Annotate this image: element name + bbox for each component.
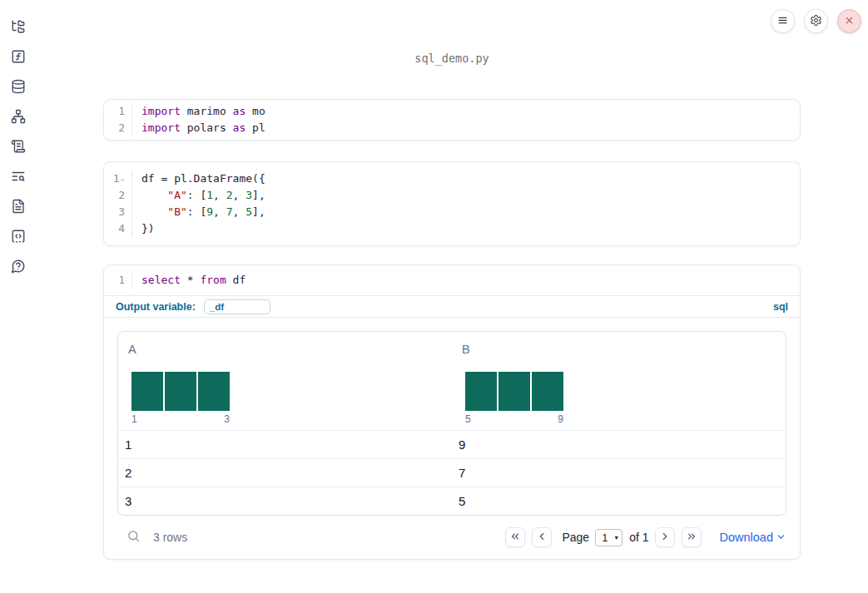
marimo-notebook: sql_demo.py 1import marimo as mo2import … [0,0,868,593]
table-row: 19 [118,430,786,458]
line-number: 4 [104,220,132,237]
table-cell: 9 [452,431,786,458]
histogram-bar [198,372,230,411]
chevron-right-icon [659,531,671,545]
code-cell-imports[interactable]: 1import marimo as mo2import polars as pl [103,99,801,141]
chevron-left-icon [536,531,548,545]
dataframe-table: A 1 3 B 5 9 [117,331,786,516]
line-number: 1 [104,272,132,289]
table-cell: 1 [118,431,452,458]
download-label: Download [720,531,774,544]
sidebar-item-file-explorer[interactable] [11,20,26,35]
page-label: Page [562,531,589,544]
network-icon [11,109,26,126]
settings-button[interactable] [804,9,828,33]
output-variable-input[interactable] [204,299,270,314]
cell-output: A 1 3 B 5 9 [104,317,800,559]
table-cell: 3 [118,487,452,515]
page-select[interactable]: 1 [595,529,622,546]
sidebar-item-logs[interactable] [11,170,26,185]
code-line-text: "A": [1, 2, 3], [132,187,265,204]
table-cell: 5 [452,487,786,515]
line-number: 1 [104,103,132,120]
table-body: 192735 [118,430,786,515]
output-variable-label: Output variable: [116,301,196,313]
page-of-label: of 1 [629,531,648,544]
sidebar-item-help[interactable] [11,259,26,274]
table-row: 27 [118,458,786,487]
column-label[interactable]: A [128,343,136,356]
code-line-text: select * from df [132,272,246,289]
code-editor[interactable]: 1import marimo as mo2import polars as pl [104,103,800,136]
chevrons-right-icon [686,531,697,545]
database-icon [11,79,26,96]
notebook-main: sql_demo.py 1import marimo as mo2import … [103,0,801,560]
folder-tree-icon [11,19,26,37]
last-page-button[interactable] [682,527,702,547]
column-histogram[interactable] [131,372,230,411]
download-button[interactable]: Download [720,530,787,545]
first-page-button[interactable] [505,527,525,547]
column-histogram[interactable] [465,372,563,411]
table-footer: 3 rows Page 1 ▼ [117,526,786,549]
fold-chevron-icon[interactable]: ⌄ [121,170,125,186]
output-variable-row: Output variable: sql [104,295,800,317]
file-text-icon [11,199,26,216]
shutdown-button[interactable] [837,9,861,33]
code-line-text: "B": [9, 7, 5], [132,204,265,220]
language-badge: sql [773,301,788,313]
column-header-b: B 5 9 [452,332,786,430]
scroll-text-icon [11,139,26,156]
next-page-button[interactable] [655,527,675,547]
code-cell-dataframe[interactable]: 1⌄df = pl.DataFrame({2 "A": [1, 2, 3],3 … [103,161,801,246]
search-icon [126,529,141,546]
histogram-bar [498,372,530,411]
table-header: A 1 3 B 5 9 [118,332,786,430]
sidebar-item-variables[interactable] [11,50,26,65]
sidebar-item-documentation[interactable] [11,140,26,155]
sidebar-item-data-sources[interactable] [11,80,26,95]
code-line-text: import marimo as mo [132,103,265,120]
previous-page-button[interactable] [532,527,552,547]
sidebar-item-snippets[interactable] [11,200,26,215]
column-header-a: A 1 3 [118,332,452,430]
line-number: 2 [104,120,132,136]
line-number: 2 [104,187,132,204]
line-number: 1⌄ [104,170,132,187]
square-code-icon [11,229,26,246]
code-editor[interactable]: 1⌄df = pl.DataFrame({2 "A": [1, 2, 3],3 … [104,170,800,237]
column-label[interactable]: B [462,343,470,356]
histogram-bar [131,372,163,411]
line-number: 3 [104,204,132,220]
chevrons-left-icon [509,531,521,545]
sql-cell: 1select * from df Output variable: sql A… [103,264,801,560]
chevron-down-icon [776,530,786,545]
histogram-min-label: 5 [465,413,471,425]
help-bubble-icon [11,259,26,276]
gear-icon [810,14,822,29]
row-count: 3 rows [153,531,187,544]
histogram-axis-labels: 1 3 [131,413,230,425]
histogram-min-label: 1 [131,413,137,425]
close-icon [843,14,856,29]
sidebar [0,0,37,593]
histogram-axis-labels: 5 9 [465,413,563,425]
histogram-bar [532,372,563,411]
histogram-max-label: 9 [558,413,563,425]
pagination: Page 1 ▼ of 1 [505,527,707,547]
table-row: 35 [118,487,786,515]
code-line-text: df = pl.DataFrame({ [132,170,265,187]
page-select-wrap: 1 ▼ [595,529,622,546]
histogram-max-label: 3 [224,413,230,425]
function-square-icon [11,49,26,67]
code-editor[interactable]: 1select * from df [104,265,800,295]
histogram-bar [465,372,497,411]
sidebar-item-dependencies[interactable] [11,110,26,125]
sidebar-item-scratchpad[interactable] [11,230,26,245]
text-search-icon [11,169,26,186]
histogram-bar [165,372,196,411]
table-search-button[interactable] [126,530,141,545]
table-cell: 7 [452,459,786,487]
notebook-filename: sql_demo.py [103,52,801,65]
code-line-text: }) [132,220,155,237]
